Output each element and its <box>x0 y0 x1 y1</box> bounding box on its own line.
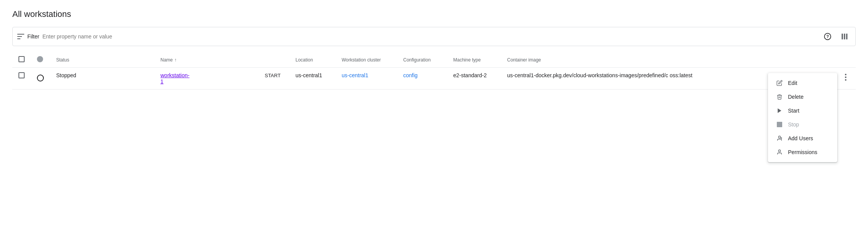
row-name-cell: workstation-1 <box>154 68 259 90</box>
svg-rect-6 <box>844 34 845 40</box>
row-start-button[interactable]: START <box>265 73 280 78</box>
row-checkbox[interactable] <box>18 72 25 78</box>
menu-edit-label: Edit <box>788 80 797 86</box>
header-config-col: Configuration <box>397 52 447 68</box>
svg-rect-5 <box>842 34 843 40</box>
table-header-row: Status Name ↑ Location Workstation clust… <box>12 52 856 68</box>
page: All workstations Filter ? <box>0 0 868 99</box>
header-checkbox-col <box>12 52 31 68</box>
filter-icon <box>17 34 24 39</box>
filter-toolbar: Filter ? <box>12 27 856 46</box>
row-checkbox-cell <box>12 68 31 90</box>
header-machine-col: Machine type <box>447 52 501 68</box>
row-action-cell: START <box>259 68 289 90</box>
row-more-button[interactable] <box>842 72 850 82</box>
header-location-col: Location <box>289 52 336 68</box>
svg-rect-1 <box>17 36 22 37</box>
row-cluster-cell: us-central1 <box>336 68 397 90</box>
header-status-dot <box>37 56 43 62</box>
menu-item-delete[interactable]: Delete <box>768 90 837 99</box>
row-name-link[interactable]: workstation-1 <box>160 72 189 85</box>
table-row: Stopped workstation-1 START us-central1 … <box>12 68 856 90</box>
filter-label: Filter <box>27 33 39 40</box>
page-title: All workstations <box>12 9 856 19</box>
header-checkbox[interactable] <box>18 56 25 62</box>
menu-delete-label: Delete <box>788 94 803 99</box>
workstations-table: Status Name ↑ Location Workstation clust… <box>12 52 856 90</box>
header-status-col: Status <box>50 52 154 68</box>
sort-icon: ↑ <box>174 57 177 63</box>
row-machine-cell: e2-standard-2 <box>447 68 501 90</box>
edit-icon <box>776 80 783 86</box>
row-machine-type: e2-standard-2 <box>453 72 487 78</box>
svg-rect-7 <box>846 34 847 40</box>
header-image-col: Container image <box>501 52 836 68</box>
svg-point-8 <box>845 74 846 75</box>
row-more-cell <box>836 68 856 90</box>
svg-point-10 <box>845 79 846 81</box>
columns-button[interactable] <box>838 30 851 43</box>
header-action-col <box>259 52 289 68</box>
header-status-icon-col <box>31 52 50 68</box>
row-container-image: us-central1-docker.pkg.dev/cloud-worksta… <box>507 72 693 78</box>
trash-icon <box>776 94 783 99</box>
svg-text:?: ? <box>826 34 829 39</box>
row-status-icon <box>37 75 44 81</box>
row-location: us-central1 <box>295 72 322 78</box>
row-config-cell: config <box>397 68 447 90</box>
row-status-cell: Stopped <box>50 68 154 90</box>
svg-rect-0 <box>17 34 24 35</box>
header-name-label: Name <box>160 57 173 63</box>
row-cluster-link[interactable]: us-central1 <box>342 72 368 78</box>
row-status-icon-cell <box>31 68 50 90</box>
help-button[interactable]: ? <box>821 30 834 43</box>
header-name-col[interactable]: Name ↑ <box>154 52 259 68</box>
header-cluster-col: Workstation cluster <box>336 52 397 68</box>
header-more-col <box>836 52 856 68</box>
svg-rect-2 <box>17 38 20 39</box>
filter-input[interactable] <box>42 33 818 40</box>
context-menu: Edit Delete Start <box>768 73 837 99</box>
row-config-link[interactable]: config <box>403 72 417 78</box>
toolbar-right: ? <box>821 30 851 43</box>
header-status-label: Status <box>56 57 69 63</box>
row-location-cell: us-central1 <box>289 68 336 90</box>
svg-point-9 <box>845 76 846 78</box>
row-status: Stopped <box>56 72 76 78</box>
menu-item-edit[interactable]: Edit <box>768 76 837 90</box>
